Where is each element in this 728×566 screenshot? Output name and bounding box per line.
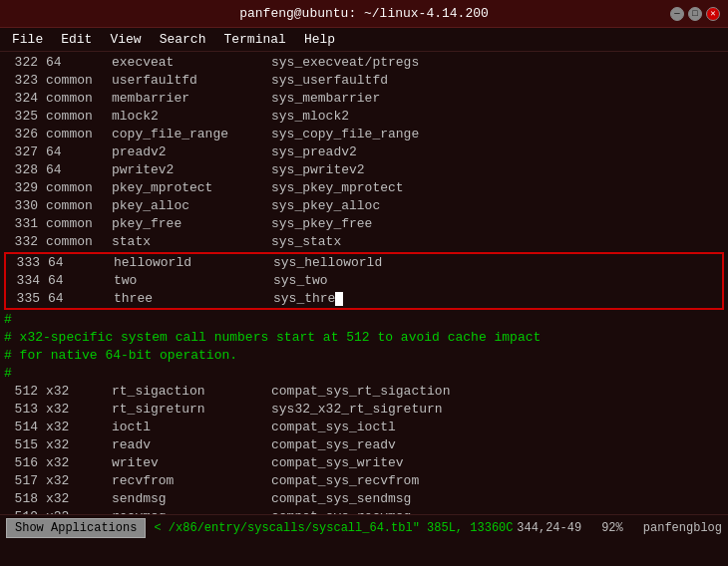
line-number: 323 bbox=[4, 72, 42, 90]
line-number: 324 bbox=[4, 90, 42, 108]
table-row: 517x32recvfromcompat_sys_recvfrom bbox=[4, 472, 724, 490]
line-number: 328 bbox=[4, 161, 42, 179]
menu-item-search[interactable]: Search bbox=[152, 30, 214, 49]
arch-col: x32 bbox=[42, 383, 112, 401]
table-row: 33364helloworldsys_helloworld bbox=[6, 254, 722, 272]
title-bar: panfeng@ubuntu: ~/linux-4.14.200 — □ ✕ bbox=[0, 0, 728, 28]
syscall-name: userfaultfd bbox=[112, 72, 271, 90]
syscall-entry: sys_preadv2 bbox=[271, 143, 357, 161]
line-number: 331 bbox=[4, 215, 42, 233]
window-controls[interactable]: — □ ✕ bbox=[670, 7, 720, 21]
arch-col: 64 bbox=[44, 290, 114, 308]
table-row: 518x32sendmsgcompat_sys_sendmsg bbox=[4, 490, 724, 508]
menu-item-terminal[interactable]: Terminal bbox=[215, 30, 293, 49]
syscall-name: membarrier bbox=[112, 90, 271, 108]
arch-col: x32 bbox=[42, 454, 112, 472]
line-number: 334 bbox=[6, 272, 44, 290]
status-path: < /x86/entry/syscalls/syscall_64.tbl" 38… bbox=[154, 521, 513, 535]
syscall-entry: sys_pkey_free bbox=[271, 215, 372, 233]
syscall-name: two bbox=[114, 272, 273, 290]
menu-item-file[interactable]: File bbox=[4, 30, 51, 49]
line-number: 513 bbox=[4, 401, 42, 419]
table-row: 32864pwritev2sys_pwritev2 bbox=[4, 161, 724, 179]
line-number: 332 bbox=[4, 233, 42, 251]
status-bar: Show Applications < /x86/entry/syscalls/… bbox=[0, 514, 728, 540]
line-number: 512 bbox=[4, 383, 42, 401]
syscall-entry: compat_sys_sendmsg bbox=[271, 490, 411, 508]
table-row: 512x32rt_sigactioncompat_sys_rt_sigactio… bbox=[4, 383, 724, 401]
arch-col: common bbox=[42, 233, 112, 251]
arch-col: x32 bbox=[42, 419, 112, 436]
table-row: 332commonstatxsys_statx bbox=[4, 233, 724, 251]
line-number: 514 bbox=[4, 419, 42, 436]
line-number: 517 bbox=[4, 472, 42, 490]
table-row: 329commonpkey_mprotectsys_pkey_mprotect bbox=[4, 179, 724, 197]
x32-lines-container: 512x32rt_sigactioncompat_sys_rt_sigactio… bbox=[4, 383, 724, 526]
text-cursor bbox=[335, 292, 343, 306]
syscall-entry: compat_sys_rt_sigaction bbox=[271, 383, 450, 401]
syscall-name: statx bbox=[112, 233, 271, 251]
comment-line: # bbox=[4, 365, 724, 383]
arch-col: common bbox=[42, 72, 112, 90]
syscall-entry: sys_userfaultfd bbox=[271, 72, 388, 90]
blog-label: panfengblog bbox=[643, 521, 722, 535]
syscall-name: ioctl bbox=[112, 419, 271, 436]
table-row: 324commonmembarriersys_membarrier bbox=[4, 90, 724, 108]
arch-col: x32 bbox=[42, 436, 112, 454]
menu-bar: FileEditViewSearchTerminalHelp bbox=[0, 28, 728, 52]
syscall-name: pkey_alloc bbox=[112, 197, 271, 215]
scroll-percent: 92% bbox=[601, 521, 623, 535]
arch-col: common bbox=[42, 215, 112, 233]
table-row: 515x32readvcompat_sys_readv bbox=[4, 436, 724, 454]
table-row: 323commonuserfaultfdsys_userfaultfd bbox=[4, 72, 724, 90]
syscall-entry: sys_membarrier bbox=[271, 90, 380, 108]
syscall-name: copy_file_range bbox=[112, 126, 271, 143]
close-button[interactable]: ✕ bbox=[706, 7, 720, 21]
line-number: 322 bbox=[4, 54, 42, 72]
comment-lines-container: ## x32-specific system call numbers star… bbox=[4, 311, 724, 383]
arch-col: common bbox=[42, 90, 112, 108]
syscall-entry: sys_copy_file_range bbox=[271, 126, 419, 143]
syscall-entry: sys_pkey_alloc bbox=[271, 197, 380, 215]
table-row: 326commoncopy_file_rangesys_copy_file_ra… bbox=[4, 126, 724, 143]
syscall-name: rt_sigaction bbox=[112, 383, 271, 401]
syscall-entry: sys_mlock2 bbox=[271, 108, 349, 126]
syscall-entry: compat_sys_recvfrom bbox=[271, 472, 419, 490]
comment-line: # for native 64-bit operation. bbox=[4, 347, 724, 365]
comment-line: # x32-specific system call numbers start… bbox=[4, 329, 724, 347]
comment-line: # bbox=[4, 311, 724, 329]
syscall-name: execveat bbox=[112, 54, 271, 72]
table-row: 513x32rt_sigreturnsys32_x32_rt_sigreturn bbox=[4, 401, 724, 419]
arch-col: 64 bbox=[42, 161, 112, 179]
syscall-name: three bbox=[114, 290, 273, 308]
syscall-name: sendmsg bbox=[112, 490, 271, 508]
syscall-entry: compat_sys_ioctl bbox=[271, 419, 396, 436]
status-left: Show Applications < /x86/entry/syscalls/… bbox=[6, 518, 513, 538]
syscall-name: rt_sigreturn bbox=[112, 401, 271, 419]
highlight-block: 33364helloworldsys_helloworld33464twosys… bbox=[4, 252, 724, 310]
arch-col: common bbox=[42, 197, 112, 215]
line-number: 330 bbox=[4, 197, 42, 215]
syscall-name: pwritev2 bbox=[112, 161, 271, 179]
line-number: 329 bbox=[4, 179, 42, 197]
syscall-name: writev bbox=[112, 454, 271, 472]
menu-item-view[interactable]: View bbox=[102, 30, 149, 49]
terminal-content: 32264execveatsys_execveat/ptregs323commo… bbox=[0, 52, 728, 540]
line-number: 333 bbox=[6, 254, 44, 272]
syscall-entry: sys_statx bbox=[271, 233, 341, 251]
arch-col: x32 bbox=[42, 472, 112, 490]
minimize-button[interactable]: — bbox=[670, 7, 684, 21]
syscall-name: pkey_free bbox=[112, 215, 271, 233]
syscall-entry: sys_execveat/ptregs bbox=[271, 54, 419, 72]
line-number: 325 bbox=[4, 108, 42, 126]
show-applications-button[interactable]: Show Applications bbox=[6, 518, 146, 538]
maximize-button[interactable]: □ bbox=[688, 7, 702, 21]
menu-item-edit[interactable]: Edit bbox=[53, 30, 100, 49]
syscall-entry: sys_thre bbox=[273, 290, 343, 308]
table-row: 331commonpkey_freesys_pkey_free bbox=[4, 215, 724, 233]
table-row: 32764preadv2sys_preadv2 bbox=[4, 143, 724, 161]
menu-item-help[interactable]: Help bbox=[296, 30, 343, 49]
cursor-position: 344,24-49 bbox=[517, 521, 581, 535]
arch-col: x32 bbox=[42, 490, 112, 508]
table-row: 516x32writevcompat_sys_writev bbox=[4, 454, 724, 472]
